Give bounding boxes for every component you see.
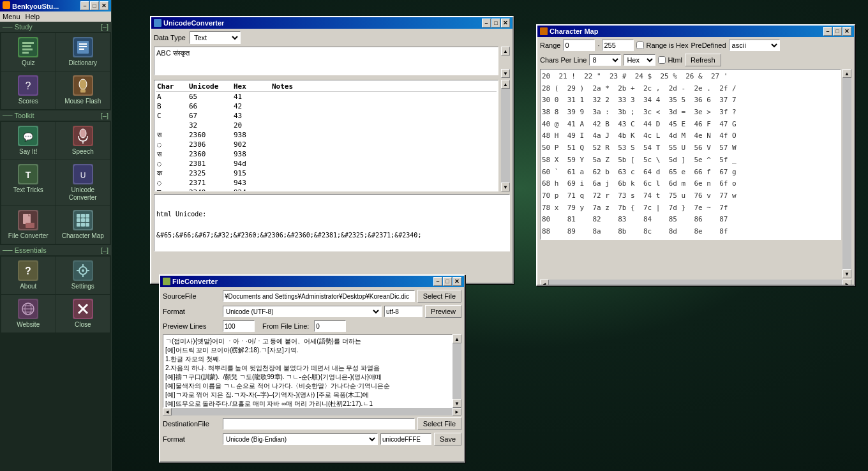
html-checkbox[interactable]: [658, 56, 666, 64]
charmap-scroll-left[interactable]: ◄: [540, 280, 549, 285]
sidebar-item-say-it[interactable]: 💬 Say It!: [1, 122, 56, 160]
dictionary-icon: [73, 37, 93, 57]
dictionary-label: Dictionary: [69, 59, 97, 67]
charmap-scroll-down[interactable]: ▼: [842, 269, 851, 278]
study-toggle[interactable]: [–]: [101, 23, 108, 31]
sidebar-item-scores[interactable]: ? Scores: [1, 71, 56, 109]
sidebar-item-about[interactable]: ? About: [1, 257, 56, 294]
sidebar-item-close[interactable]: Close: [56, 295, 110, 333]
sidebar-item-settings[interactable]: Settings: [56, 257, 110, 294]
charmap-minimize[interactable]: –: [823, 27, 832, 36]
fileconv-maximize[interactable]: □: [443, 277, 452, 286]
charmap-scroll-right[interactable]: ►: [842, 280, 851, 285]
table-row: ◌2371943: [156, 178, 497, 188]
preview-lines-input[interactable]: [223, 320, 255, 332]
table-row: त2340924: [156, 188, 497, 191]
dest-format-select[interactable]: Unicode (Big-Endian) Unicode (UTF-8) ASC…: [223, 433, 378, 445]
input-scroll-down[interactable]: ▼: [501, 69, 510, 78]
svg-point-13: [79, 79, 87, 89]
col-unicode: Unicode: [189, 82, 234, 91]
preview-button[interactable]: Preview: [425, 305, 461, 318]
say-it-label: Say It!: [19, 148, 37, 156]
unicode-input[interactable]: ABC संस्कृत: [154, 47, 498, 75]
sidebar-item-speech[interactable]: Speech: [56, 122, 110, 160]
predefined-select[interactable]: ascii latin-1 unicode: [729, 40, 780, 51]
sidebar-item-text-tricks[interactable]: T Text Tricks: [1, 160, 56, 206]
preview-lines-row: Preview Lines From File Line:: [163, 320, 461, 332]
svg-point-42: [82, 269, 84, 272]
svg-rect-31: [86, 214, 89, 218]
preview-lines-label: Preview Lines: [163, 322, 220, 330]
source-encoding-input[interactable]: [384, 306, 423, 317]
preview-hscrollbar: ◄ ►: [163, 408, 461, 415]
unicode-close[interactable]: ✕: [501, 19, 510, 27]
preview-scroll-right[interactable]: ►: [453, 408, 461, 415]
fileconv-close[interactable]: ✕: [453, 277, 461, 286]
essentials-section-header: ── Essentials [–]: [0, 245, 111, 255]
preview-scroll-down[interactable]: ▼: [453, 399, 461, 408]
study-section-header: ── Study [–]: [0, 22, 111, 32]
preview-scroll-left[interactable]: ◄: [163, 408, 172, 415]
preview-text-area: ㄱ(접미사){옛말}어미 ㆍ아ㆍ·어/ㆍ고 등에 붙어、어세(語勢)를 더하는 …: [163, 334, 453, 408]
input-scroll-up[interactable]: ▲: [501, 47, 510, 56]
svg-rect-7: [79, 43, 87, 45]
menu-item-menu[interactable]: Menu: [3, 13, 20, 20]
table-scroll-down[interactable]: ▼: [501, 183, 510, 191]
range-end-input[interactable]: [602, 40, 634, 51]
dest-file-input[interactable]: [223, 418, 415, 430]
sidebar-item-dictionary[interactable]: Dictionary: [56, 33, 110, 71]
unicode-maximize[interactable]: □: [491, 19, 500, 27]
col-notes: Notes: [272, 82, 495, 91]
table-row: B6642: [156, 101, 497, 111]
sidebar-maximize[interactable]: □: [90, 1, 99, 10]
source-select-file-button[interactable]: Select File: [417, 290, 461, 303]
sidebar-item-mouse-flash[interactable]: Mouse Flash: [56, 71, 110, 109]
sidebar-item-character-map[interactable]: Character Map: [56, 206, 110, 244]
sidebar-item-unicode-converter[interactable]: U Unicode Converter: [56, 160, 110, 206]
file-converter-content: SourceFile Select File Format Unicode (U…: [160, 287, 464, 461]
source-format-select[interactable]: Unicode (UTF-8): [223, 306, 382, 317]
source-file-input[interactable]: [223, 290, 415, 302]
close-sidebar-icon: [73, 299, 93, 319]
sidebar-item-website[interactable]: Website: [1, 295, 56, 333]
essentials-toggle[interactable]: [–]: [101, 246, 108, 254]
table-row: क2325915: [156, 168, 497, 178]
from-file-line-input[interactable]: [314, 320, 346, 332]
sidebar-item-file-converter[interactable]: File Converter: [1, 206, 56, 244]
data-type-row: Data Type Text File URL: [154, 31, 510, 44]
chars-per-line-select[interactable]: 8 16 32: [589, 54, 621, 66]
toolkit-toggle[interactable]: [–]: [101, 112, 108, 119]
dest-format-label: Format: [163, 435, 220, 443]
sidebar-close[interactable]: ✕: [100, 1, 108, 10]
dest-select-file-button[interactable]: Select File: [417, 417, 461, 430]
quiz-icon: [18, 37, 38, 57]
svg-rect-9: [79, 49, 84, 50]
sidebar-minimize[interactable]: –: [80, 1, 89, 10]
range-start-input[interactable]: [563, 40, 595, 51]
sidebar-item-quiz[interactable]: Quiz: [1, 33, 56, 71]
table-row: स2360938: [156, 130, 497, 140]
table-row: A6541: [156, 92, 497, 101]
sidebar-titlebar: BenkyouStu... – □ ✕: [0, 0, 111, 11]
svg-rect-4: [22, 52, 29, 54]
speech-label: Speech: [72, 148, 94, 156]
charmap-maximize[interactable]: □: [833, 27, 842, 36]
source-format-row: Format Unicode (UTF-8) Preview: [163, 305, 461, 318]
preview-vscrollbar: ▲ ▼: [453, 334, 461, 408]
chars-per-line-label: Chars Per Line: [540, 56, 587, 64]
dest-encoding-input[interactable]: [380, 433, 431, 445]
preview-scroll-up[interactable]: ▲: [453, 334, 461, 343]
range-is-hex-checkbox[interactable]: [636, 41, 644, 49]
unicode-minimize[interactable]: –: [482, 19, 491, 27]
format-select[interactable]: Hex Dec: [624, 54, 655, 66]
col-char: Char: [157, 82, 189, 91]
refresh-button[interactable]: Refresh: [685, 54, 721, 66]
charmap-scroll-up[interactable]: ▲: [842, 69, 851, 78]
table-scroll-up[interactable]: ▲: [501, 80, 510, 89]
data-type-select[interactable]: Text File URL: [190, 31, 241, 44]
save-button[interactable]: Save: [434, 433, 461, 445]
svg-rect-32: [77, 218, 80, 222]
menu-item-help[interactable]: Help: [26, 13, 40, 20]
fileconv-minimize[interactable]: –: [433, 277, 442, 286]
charmap-close[interactable]: ✕: [842, 27, 851, 36]
